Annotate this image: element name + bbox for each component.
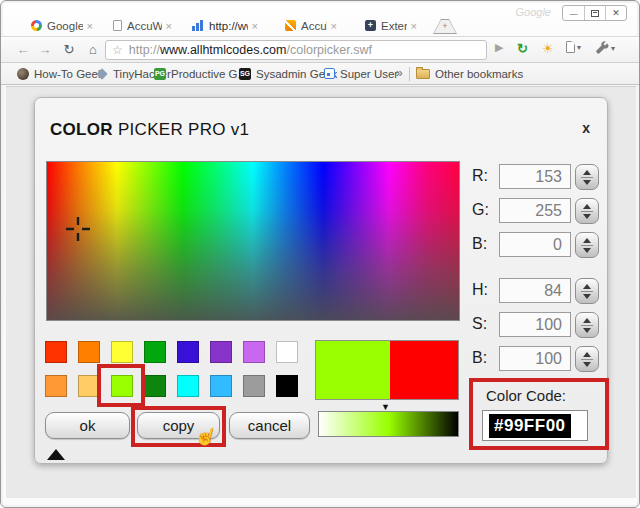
- page-icon: [113, 20, 122, 31]
- b-stepper[interactable]: [575, 232, 599, 258]
- other-bookmarks-button[interactable]: Other bookmarks: [416, 63, 523, 84]
- address-bar[interactable]: ☆ http://www.allhtmlcodes.com/colorpicke…: [105, 40, 487, 60]
- bookmark-sysadmin-geek[interactable]: SG Sysadmin Geek: [239, 63, 337, 84]
- productive-geek-favicon: PG: [154, 68, 166, 80]
- brightness-value-field[interactable]: 100: [499, 346, 571, 371]
- color-gradient-field[interactable]: [46, 161, 460, 321]
- bookmark-super-user[interactable]: Super User: [324, 63, 398, 84]
- preview-current-color: [316, 341, 390, 399]
- tab-accuweather-1[interactable]: AccuWeathe... ×: [99, 15, 184, 36]
- tinyhacker-favicon: [96, 68, 107, 79]
- url-text: http://www.allhtmlcodes.com/colorpicker.…: [129, 43, 372, 57]
- tab-label: AccuWeat...: [301, 20, 327, 32]
- s-stepper[interactable]: [575, 312, 599, 338]
- tab-label: AccuWeathe...: [127, 20, 162, 32]
- h-value-field[interactable]: 84: [499, 278, 571, 303]
- forward-button[interactable]: →: [35, 40, 55, 60]
- color-swatch[interactable]: [78, 341, 100, 363]
- bookmarks-divider: [409, 67, 410, 81]
- bookmark-productive-geek[interactable]: PG Productive G...: [154, 63, 247, 84]
- color-swatch[interactable]: [243, 341, 265, 363]
- url-scheme: http://: [129, 43, 160, 57]
- color-code-label: Color Code:: [486, 387, 566, 404]
- extension-green-icon[interactable]: ↻: [517, 41, 528, 56]
- brightness-slider[interactable]: [318, 411, 459, 437]
- bookmark-howtogeek[interactable]: How-To Geek: [17, 63, 104, 84]
- extension-weather-icon[interactable]: ☀: [542, 41, 554, 56]
- h-row: H: 84: [472, 278, 602, 304]
- color-swatch[interactable]: [177, 341, 199, 363]
- tab-accuweather-2[interactable]: AccuWeat... ×: [271, 15, 349, 36]
- color-swatch[interactable]: [144, 341, 166, 363]
- r-value-field[interactable]: 153: [499, 164, 571, 189]
- wrench-menu-button[interactable]: ▾: [595, 41, 615, 55]
- page-menu-button[interactable]: ▾: [566, 41, 581, 53]
- ok-button[interactable]: ok: [45, 412, 130, 439]
- tab-extensions[interactable]: + Extensions ×: [351, 15, 429, 36]
- color-swatch[interactable]: [111, 341, 133, 363]
- color-swatch[interactable]: [243, 375, 265, 397]
- go-button[interactable]: ▶: [495, 41, 503, 54]
- color-swatch[interactable]: [177, 375, 199, 397]
- page-content: COLORPICKER PRO v1 x R: 153: [6, 86, 636, 498]
- color-swatch[interactable]: [45, 375, 67, 397]
- color-swatch[interactable]: [144, 375, 166, 397]
- color-swatch[interactable]: [210, 341, 232, 363]
- bookmark-label: How-To Geek: [34, 68, 104, 80]
- dialog-title-rest: PICKER PRO v1: [118, 120, 249, 139]
- brightness-label: B:: [472, 349, 487, 367]
- annotation-box-color-code: Color Code: #99FF00: [469, 378, 609, 450]
- color-picker-dialog: COLORPICKER PRO v1 x R: 153: [34, 97, 608, 464]
- folder-icon: [416, 69, 430, 79]
- accuweather-icon: [285, 20, 296, 31]
- back-button[interactable]: ←: [13, 40, 33, 60]
- resize-triangle-icon[interactable]: [47, 449, 65, 460]
- s-row: S: 100: [472, 312, 602, 338]
- tab-close-icon[interactable]: ×: [411, 21, 417, 31]
- tab-label: http://ww...: [209, 20, 248, 32]
- tab-google-chrome[interactable]: Google Ch... ×: [17, 15, 105, 36]
- bookmark-star-icon[interactable]: ☆: [112, 43, 123, 57]
- dialog-title-bold: COLOR: [50, 120, 113, 139]
- new-tab-icon: +: [433, 19, 457, 34]
- tab-close-icon[interactable]: ×: [166, 21, 172, 31]
- color-code-value: #99FF00: [489, 414, 571, 438]
- tab-close-icon[interactable]: ×: [252, 21, 258, 31]
- s-label: S:: [472, 315, 487, 333]
- tab-close-icon[interactable]: ×: [87, 21, 93, 31]
- tab-colorpicker-active[interactable]: http://ww... ×: [178, 15, 270, 36]
- home-button[interactable]: ⌂: [83, 40, 103, 60]
- refresh-button[interactable]: ↻: [59, 40, 79, 60]
- color-swatch[interactable]: [276, 375, 298, 397]
- howtogeek-favicon: [17, 68, 29, 80]
- color-code-input[interactable]: #99FF00: [482, 410, 588, 441]
- swatch-row-1: [45, 341, 298, 363]
- brightness-stepper[interactable]: [575, 346, 599, 372]
- h-label: H:: [472, 281, 488, 299]
- chevron-down-icon: ▾: [577, 43, 581, 52]
- bar-chart-icon: [192, 20, 204, 31]
- dialog-title: COLORPICKER PRO v1: [50, 120, 249, 140]
- crosshair-marker[interactable]: [66, 217, 90, 241]
- cancel-button[interactable]: cancel: [229, 412, 310, 439]
- color-swatch[interactable]: [210, 375, 232, 397]
- other-bookmarks-label: Other bookmarks: [435, 68, 523, 80]
- h-stepper[interactable]: [575, 278, 599, 304]
- b-row: B: 0: [472, 232, 602, 258]
- new-tab-button[interactable]: +: [433, 19, 457, 34]
- brightness-row: B: 100: [472, 346, 602, 372]
- url-host: www.allhtmlcodes.com: [160, 43, 286, 57]
- bookmark-label: Super User: [340, 68, 398, 80]
- s-value-field[interactable]: 100: [499, 312, 571, 337]
- color-swatch[interactable]: [45, 341, 67, 363]
- color-swatch[interactable]: [276, 341, 298, 363]
- g-stepper[interactable]: [575, 198, 599, 224]
- g-value-field[interactable]: 255: [499, 198, 571, 223]
- bookmarks-overflow-chevron[interactable]: »: [396, 66, 403, 80]
- r-row: R: 153: [472, 164, 602, 190]
- dialog-close-button[interactable]: x: [582, 120, 590, 136]
- r-stepper[interactable]: [575, 164, 599, 190]
- tab-close-icon[interactable]: ×: [331, 21, 337, 31]
- b-value-field[interactable]: 0: [499, 232, 571, 257]
- tab-label: Google Ch...: [47, 20, 83, 32]
